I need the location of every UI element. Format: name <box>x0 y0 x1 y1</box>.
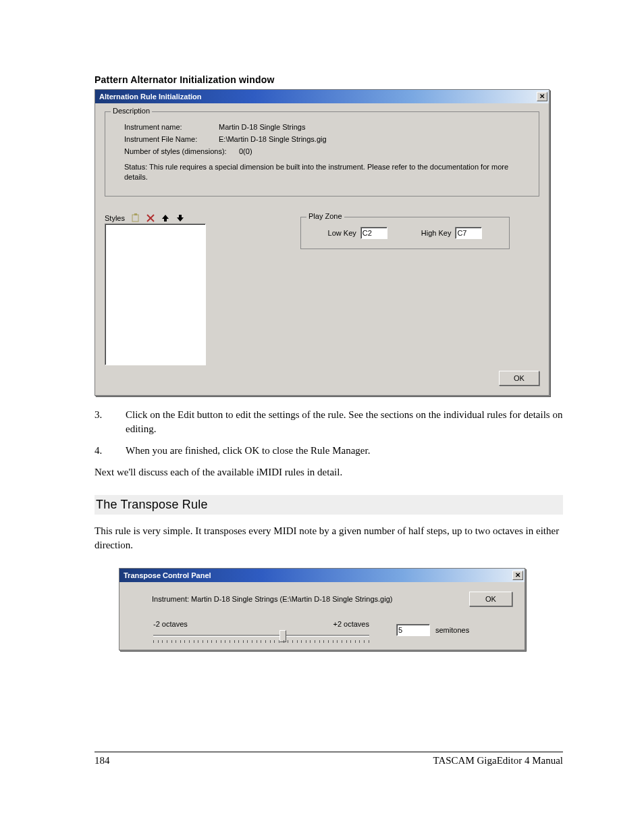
svg-rect-1 <box>134 213 137 215</box>
window-titlebar: Alternation Rule Initialization ✕ <box>95 90 549 103</box>
section-heading: The Transpose Rule <box>95 495 563 515</box>
step-number-3: 3. <box>95 408 126 438</box>
move-up-icon[interactable] <box>160 213 171 224</box>
svg-rect-0 <box>132 215 138 221</box>
close-button[interactable]: ✕ <box>537 92 547 101</box>
instrument-file-label: Instrument File Name: <box>124 135 219 143</box>
instrument-name-label: Instrument name: <box>124 123 219 131</box>
semitones-input[interactable] <box>396 624 430 636</box>
highkey-input[interactable] <box>455 227 482 239</box>
alternation-window: Alternation Rule Initialization ✕ Descri… <box>95 89 549 396</box>
page-number: 184 <box>95 755 110 766</box>
num-styles-value: 0(0) <box>239 147 252 155</box>
window-titlebar: Transpose Control Panel ✕ <box>119 569 525 582</box>
close-button[interactable]: ✕ <box>512 571 523 580</box>
step-text-4: When you are finished, click OK to close… <box>126 444 370 459</box>
num-styles-label: Number of styles (dimensions): <box>124 147 239 155</box>
lowkey-label: Low Key <box>328 229 356 237</box>
instrument-name-value: Martin D-18 Single Strings <box>219 123 305 131</box>
highkey-label: High Key <box>421 229 452 237</box>
styles-listbox[interactable] <box>105 224 206 365</box>
step-number-4: 4. <box>95 444 126 459</box>
step-text-3: Click on the Edit button to edit the set… <box>126 408 563 438</box>
ok-button[interactable]: OK <box>469 592 512 606</box>
window-title: Transpose Control Panel <box>124 571 211 579</box>
playzone-groupbox: Play Zone Low Key High Key <box>300 217 510 249</box>
semitones-label: semitones <box>435 626 469 634</box>
delete-style-icon[interactable] <box>145 213 156 224</box>
book-title: TASCAM GigaEditor 4 Manual <box>433 755 563 766</box>
new-style-icon[interactable] <box>130 213 141 224</box>
instrument-line: Instrument: Martin D-18 Single Strings (… <box>152 595 392 603</box>
followup-paragraph: Next we'll discuss each of the available… <box>95 465 563 480</box>
instrument-file-value: E:\Martin D-18 Single Strings.gig <box>219 135 327 143</box>
move-down-icon[interactable] <box>175 213 186 224</box>
transpose-window: Transpose Control Panel ✕ Instrument: Ma… <box>119 568 525 650</box>
slider-right-label: +2 octaves <box>333 620 369 628</box>
section-paragraph: This rule is very simple. It transposes … <box>95 524 563 554</box>
slider-rail <box>153 635 369 637</box>
slider-left-label: -2 octaves <box>153 620 188 628</box>
window-title: Alternation Rule Initialization <box>99 93 202 101</box>
description-legend: Description <box>111 107 152 115</box>
ok-button[interactable]: OK <box>499 371 539 386</box>
lowkey-input[interactable] <box>360 227 387 239</box>
playzone-legend: Play Zone <box>306 212 344 220</box>
slider-ticks <box>153 640 369 644</box>
styles-label: Styles <box>105 214 125 222</box>
status-text: Status: This rule requires a special dim… <box>124 162 529 182</box>
figure-caption: Pattern Alternator Initialization window <box>95 74 563 85</box>
footer-rule <box>95 752 563 752</box>
description-groupbox: Description Instrument name: Martin D-18… <box>105 111 539 197</box>
